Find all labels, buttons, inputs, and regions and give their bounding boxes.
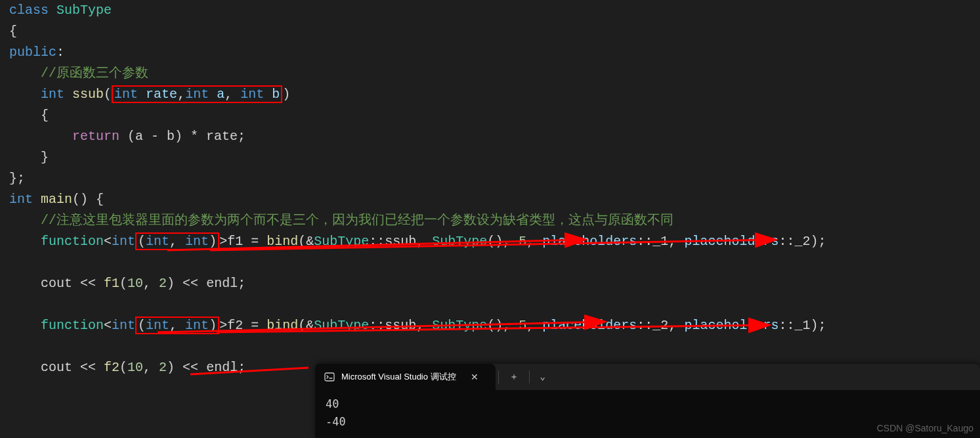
fn-ssub: ssub: [72, 87, 104, 102]
std-function: function: [41, 234, 104, 249]
class-name: SubType: [56, 3, 112, 18]
brace: }: [9, 147, 980, 168]
keyword-class: class: [9, 3, 49, 18]
type-int: int: [41, 87, 64, 102]
param-highlight-box: int rate,int a, int b: [112, 85, 282, 103]
new-tab-button[interactable]: ＋: [501, 366, 526, 388]
std-function: function: [41, 318, 104, 333]
class-end: };: [9, 168, 980, 189]
terminal-tab-title: Microsoft Visual Studio 调试控: [341, 370, 456, 384]
terminal-icon: [324, 372, 335, 382]
watermark: CSDN @Satoru_Kaugo: [877, 421, 973, 435]
type-int: int: [9, 192, 33, 207]
close-icon[interactable]: ✕: [463, 366, 486, 388]
cout: cout <<: [41, 276, 104, 291]
comment: //注意这里包装器里面的参数为两个而不是三个，因为我们已经把一个参数设为缺省类型…: [41, 213, 673, 228]
fn-bind: bind: [266, 234, 298, 249]
terminal-tab[interactable]: Microsoft Visual Studio 调试控 ✕: [315, 364, 496, 390]
colon: :: [56, 45, 64, 60]
var-f2: f2 =: [227, 318, 266, 333]
keyword-public: public: [9, 45, 56, 60]
chevron-down-icon[interactable]: ⌄: [532, 366, 553, 388]
code-editor[interactable]: class SubType { public: //原函数三个参数 int ss…: [0, 0, 980, 378]
terminal-tabbar: Microsoft Visual Studio 调试控 ✕ ＋ ⌄: [315, 364, 980, 390]
brace: {: [9, 21, 980, 42]
output-line: -40: [326, 413, 969, 431]
expr: (a - b) * rate;: [127, 129, 245, 144]
keyword-return: return: [72, 129, 119, 144]
cout: cout <<: [41, 360, 104, 375]
template-args-box: (int, int): [135, 317, 219, 334]
output-line: 40: [326, 395, 969, 413]
fn-main: main: [41, 192, 72, 207]
fn-bind: bind: [266, 318, 298, 333]
brace: {: [9, 105, 980, 126]
template-args-box: (int, int): [135, 232, 219, 250]
svg-rect-5: [325, 373, 334, 381]
var-f1: f1 =: [227, 234, 266, 249]
main-sig: () {: [72, 192, 104, 207]
comment: //原函数三个参数: [41, 66, 148, 81]
